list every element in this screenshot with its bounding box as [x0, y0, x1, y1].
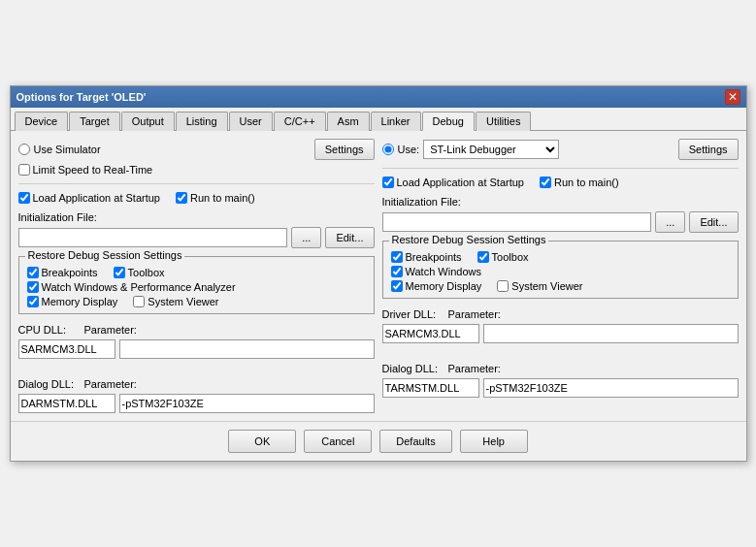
- left-check-row1: Breakpoints Toolbox: [27, 267, 366, 278]
- left-load-app-checkbox[interactable]: [18, 192, 30, 204]
- right-memory-display-check[interactable]: Memory Display: [391, 280, 482, 292]
- left-toolbox-checkbox[interactable]: [114, 267, 125, 278]
- help-button[interactable]: Help: [460, 430, 528, 453]
- right-driver-param-label: Parameter:: [448, 308, 501, 320]
- simulator-radio[interactable]: [18, 144, 30, 155]
- left-run-to-main-checkbox[interactable]: [176, 192, 187, 204]
- title-bar: Options for Target 'OLED' ✕: [11, 86, 746, 108]
- right-dialog-dll-input[interactable]: [382, 378, 479, 398]
- right-check-row3: Memory Display System Viewer: [391, 280, 730, 292]
- cancel-button[interactable]: Cancel: [304, 430, 372, 453]
- limit-speed-check[interactable]: Limit Speed to Real-Time: [18, 164, 375, 176]
- tab-device[interactable]: Device: [15, 112, 69, 131]
- right-init-input[interactable]: [382, 212, 652, 232]
- left-run-to-main-label: Run to main(): [190, 192, 255, 204]
- right-watch-windows-checkbox[interactable]: [391, 266, 403, 277]
- defaults-button[interactable]: Defaults: [379, 430, 451, 453]
- left-breakpoints-label: Breakpoints: [42, 267, 98, 278]
- close-button[interactable]: ✕: [725, 89, 740, 105]
- right-breakpoints-checkbox[interactable]: [391, 251, 403, 263]
- left-breakpoints-check[interactable]: Breakpoints: [27, 267, 98, 278]
- left-system-viewer-checkbox[interactable]: [133, 296, 145, 307]
- use-settings-button[interactable]: Settings: [678, 139, 739, 160]
- right-edit-button[interactable]: Edit...: [689, 211, 738, 233]
- left-memory-display-checkbox[interactable]: [27, 296, 39, 307]
- right-driver-dll-section: Driver DLL: Parameter:: [382, 308, 739, 343]
- right-restore-group-title: Restore Debug Session Settings: [389, 234, 549, 245]
- right-dialog-dll-section: Dialog DLL: Parameter:: [382, 363, 739, 398]
- right-memory-display-checkbox[interactable]: [391, 280, 403, 292]
- tab-output[interactable]: Output: [121, 112, 175, 131]
- right-load-app-checkbox[interactable]: [382, 177, 394, 188]
- left-dialog-dll-section: Dialog DLL: Parameter:: [18, 378, 375, 413]
- right-run-to-main-label: Run to main(): [554, 177, 619, 188]
- right-watch-windows-check[interactable]: Watch Windows: [391, 266, 730, 277]
- right-run-to-main-check[interactable]: Run to main(): [540, 177, 619, 188]
- content-area: Use Simulator Settings Limit Speed to Re…: [11, 131, 746, 421]
- left-load-app-check[interactable]: Load Application at Startup: [18, 192, 160, 204]
- right-watch-windows-label: Watch Windows: [406, 266, 481, 277]
- right-driver-dll-input[interactable]: [382, 324, 479, 343]
- tab-user[interactable]: User: [229, 112, 273, 131]
- left-init-input[interactable]: [18, 228, 288, 247]
- right-dialog-dll-label: Dialog DLL:: [382, 363, 441, 374]
- tab-linker[interactable]: Linker: [371, 112, 421, 131]
- left-browse-button[interactable]: ...: [291, 227, 321, 248]
- right-system-viewer-label: System Viewer: [511, 280, 582, 292]
- left-edit-button[interactable]: Edit...: [325, 227, 374, 248]
- simulator-row: Use Simulator Settings: [18, 139, 375, 160]
- right-check-row1: Breakpoints Toolbox: [391, 251, 730, 263]
- left-system-viewer-label: System Viewer: [148, 296, 218, 307]
- left-run-to-main-check[interactable]: Run to main(): [176, 192, 255, 204]
- use-radio[interactable]: [382, 144, 394, 155]
- main-window: Options for Target 'OLED' ✕ Device Targe…: [10, 85, 747, 462]
- tab-cpp[interactable]: C/C++: [274, 112, 326, 131]
- tab-debug[interactable]: Debug: [422, 112, 475, 131]
- right-browse-button[interactable]: ...: [655, 211, 685, 233]
- right-breakpoints-check[interactable]: Breakpoints: [391, 251, 462, 263]
- limit-speed-checkbox[interactable]: [18, 164, 30, 176]
- left-watch-windows-label: Watch Windows & Performance Analyzer: [42, 281, 236, 293]
- left-watch-windows-checkbox[interactable]: [27, 281, 39, 293]
- tab-utilities[interactable]: Utilities: [476, 112, 531, 131]
- left-dialog-dll-input[interactable]: [18, 394, 115, 413]
- left-restore-group: Restore Debug Session Settings Breakpoin…: [18, 256, 375, 314]
- right-toolbox-checkbox[interactable]: [477, 251, 489, 263]
- right-dialog-dll-inputs: [382, 378, 739, 398]
- left-dialog-dll-inputs: [18, 394, 375, 413]
- tab-asm[interactable]: Asm: [327, 112, 370, 131]
- right-driver-param-input[interactable]: [483, 324, 739, 343]
- right-run-to-main-checkbox[interactable]: [540, 177, 551, 188]
- left-toolbox-check[interactable]: Toolbox: [114, 267, 165, 278]
- right-init-file-label: Initialization File:: [382, 196, 739, 208]
- left-check-row3: Memory Display System Viewer: [27, 296, 366, 307]
- right-dialog-param-label: Parameter:: [448, 363, 501, 374]
- window-title: Options for Target 'OLED': [16, 91, 147, 103]
- left-cpu-dll-input[interactable]: [18, 339, 115, 359]
- right-dialog-dll-labels: Dialog DLL: Parameter:: [382, 363, 739, 374]
- tab-bar: Device Target Output Listing User C/C++ …: [11, 108, 746, 131]
- left-dialog-param-input[interactable]: [119, 394, 375, 413]
- left-cpu-dll-inputs: [18, 339, 375, 359]
- right-system-viewer-checkbox[interactable]: [497, 280, 509, 292]
- left-restore-group-title: Restore Debug Session Settings: [25, 249, 185, 261]
- right-load-app-check[interactable]: Load Application at Startup: [382, 177, 524, 188]
- right-dialog-param-input[interactable]: [483, 378, 739, 398]
- left-system-viewer-check[interactable]: System Viewer: [133, 296, 218, 307]
- tab-listing[interactable]: Listing: [176, 112, 228, 131]
- left-memory-display-check[interactable]: Memory Display: [27, 296, 118, 307]
- left-cpu-param-input[interactable]: [119, 339, 375, 359]
- left-dialog-dll-label: Dialog DLL:: [18, 378, 77, 390]
- right-load-app-label: Load Application at Startup: [397, 177, 524, 188]
- ok-button[interactable]: OK: [228, 430, 296, 453]
- left-toolbox-label: Toolbox: [128, 267, 165, 278]
- simulator-settings-button[interactable]: Settings: [314, 139, 375, 160]
- right-toolbox-check[interactable]: Toolbox: [477, 251, 529, 263]
- right-system-viewer-check[interactable]: System Viewer: [497, 280, 582, 292]
- left-breakpoints-checkbox[interactable]: [27, 267, 39, 278]
- tab-target[interactable]: Target: [69, 112, 120, 131]
- debugger-select[interactable]: ST-Link Debugger: [423, 140, 559, 159]
- left-watch-windows-check[interactable]: Watch Windows & Performance Analyzer: [27, 281, 366, 293]
- left-memory-display-label: Memory Display: [42, 296, 118, 307]
- left-init-row: ... Edit...: [18, 227, 375, 248]
